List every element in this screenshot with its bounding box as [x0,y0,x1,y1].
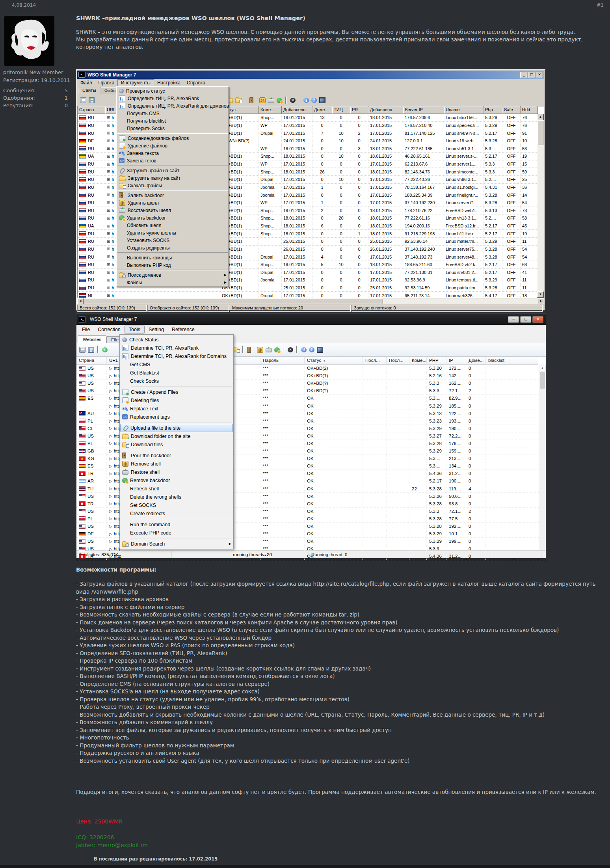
menu-item[interactable]: Execute PHP code [120,529,233,537]
shot-icon[interactable] [317,347,323,353]
menu-item[interactable]: Установить SOCKS [117,237,228,244]
column-header[interactable]: Коме... [409,357,427,365]
column-header[interactable]: Доме... [466,357,486,365]
jar-icon[interactable] [259,97,266,103]
menu-item[interactable]: Pour the backdoor [120,451,233,460]
expand-icon[interactable]: ⊞ [107,193,110,197]
menu-item[interactable]: Determine TCI, PR, AlexaRank [120,344,233,352]
menubar-item[interactable]: Файл [77,80,95,86]
column-header[interactable]: Страна [78,106,105,114]
menubar-item[interactable]: Reference [168,326,199,333]
menu-item[interactable]: Файлы▶ [117,279,228,286]
expand-icon[interactable]: ⊞ [107,185,110,189]
menu-item[interactable]: Restore shell [120,468,233,476]
door-icon[interactable] [249,97,253,103]
column-header[interactable]: Пароль [260,357,305,365]
expand-icon[interactable]: ⊞ [107,247,110,251]
menu-item[interactable]: Deleting files [120,396,233,404]
expand-icon[interactable]: ▷ [109,471,112,476]
column-header[interactable]: Uname [444,106,484,114]
door-icon[interactable] [247,347,251,353]
restore-icon[interactable] [266,348,272,352]
expand-icon[interactable]: ▷ [109,411,112,415]
menu-item[interactable]: Определить тИЦ, PR, AlexaRank для домено… [117,102,228,110]
expand-icon[interactable]: ⊞ [107,216,110,220]
expand-icon[interactable]: ⊞ [107,239,110,244]
menu-item[interactable]: Создать редиректы [117,244,228,251]
stop-icon[interactable] [288,347,293,352]
menu-item[interactable]: Get CMS [120,360,233,369]
avatar[interactable] [4,16,54,66]
menu-item[interactable]: Получить CMS [117,110,228,117]
column-header[interactable]: Посл... [363,357,387,365]
menu-item[interactable]: Create redirects [120,509,233,518]
menu-item[interactable]: Проверить статус [117,87,228,95]
expand-icon[interactable]: ▷ [109,524,112,529]
expand-icon[interactable]: ▷ [109,464,112,468]
menu-item[interactable]: Run the command [120,520,233,529]
expand-icon[interactable]: ⊞ [107,146,110,151]
column-header[interactable]: Hdd [521,106,538,114]
add-site-icon[interactable] [102,347,108,352]
load-icon[interactable] [80,97,86,103]
table-row[interactable]: NL⊞hOK+BD(1)Drupal17.01.201500017.01.201… [78,292,544,298]
menubar-item[interactable]: Правка [95,80,118,86]
menu-item[interactable]: Set SOCKS [120,501,233,509]
bug-del-icon[interactable] [277,98,282,103]
expand-icon[interactable]: ▷ [109,516,112,521]
menubar-item[interactable]: Tools [125,326,145,333]
menu-item[interactable]: Залить backdoor [117,192,228,199]
menu-item[interactable]: Удалить backdoor [117,214,228,222]
expand-icon[interactable]: ▷ [109,547,112,551]
expand-icon[interactable]: ⊞ [107,123,110,127]
menu-item[interactable]: Выполнить PHP код [117,261,228,269]
expand-icon[interactable]: ⊞ [107,224,110,228]
maximize-button[interactable]: □ [528,72,535,78]
scroll-up-icon[interactable]: ▲ [537,114,544,120]
column-header[interactable]: PR [350,106,368,114]
expand-icon[interactable]: ⊞ [107,255,110,259]
column-header[interactable]: Статус▼ [305,357,363,365]
shot-icon[interactable] [319,97,325,103]
menu-item[interactable]: Восстановить шелл [117,207,228,214]
menu-item[interactable]: Replacement tags [120,413,233,421]
column-header[interactable]: Доме... [312,106,332,114]
menu-item[interactable]: Replace Text [120,404,233,413]
menu-item[interactable]: Create / Append Files [120,388,233,396]
column-header[interactable]: ТИЦ [332,106,350,114]
menu-item[interactable]: Download files [120,440,233,449]
expand-icon[interactable]: ▷ [109,479,112,483]
expand-icon[interactable]: ▷ [109,419,112,423]
window1-titlebar[interactable]: >_ WSO Shell Manager 7 _ □ ✕ [77,71,544,79]
menubar-item[interactable]: Настройка [154,80,184,86]
expand-icon[interactable]: ⊞ [107,115,110,120]
menu-item[interactable]: Поиск доменов▶ [117,271,228,279]
column-header[interactable]: blacklist [486,357,514,365]
expand-icon[interactable]: ▷ [109,509,112,513]
menu-item[interactable]: Получить blacklist [117,117,228,125]
window1-vertical-scrollbar[interactable]: ▲ ▼ [537,114,544,298]
menubar-item[interactable]: Correction [94,326,125,333]
menu-item[interactable]: Determine TCI, PR, AlexaRank for Domains [120,352,233,360]
expand-icon[interactable]: ⊞ [107,170,110,174]
menu-item[interactable]: Скачать файлы [117,182,228,189]
menu-item[interactable]: Замена текста [117,149,228,157]
column-header[interactable]: Добавлено [368,106,403,114]
expand-icon[interactable]: ⊞ [107,131,110,135]
expand-icon[interactable]: ▷ [109,434,112,438]
expand-icon[interactable]: ⊞ [107,263,110,267]
tab-sites[interactable]: Сайты [78,87,100,94]
expand-icon[interactable]: ⊞ [107,201,110,205]
expand-icon[interactable]: ⊞ [107,270,110,274]
expand-icon[interactable]: ▷ [109,426,112,430]
minimize-button[interactable]: — [508,316,519,323]
help-icon[interactable] [311,98,317,103]
menubar-item[interactable]: File [78,326,94,333]
column-header[interactable]: Коме... [259,106,282,114]
scrollbar-thumb[interactable] [84,298,383,304]
bug-del-icon[interactable] [274,347,280,352]
menu-item[interactable]: Get BlackList [120,369,233,377]
menu-item[interactable]: Проверить Socks [117,125,228,132]
expand-icon[interactable]: ⊞ [107,162,110,166]
maximize-button[interactable]: ▢ [520,316,531,323]
